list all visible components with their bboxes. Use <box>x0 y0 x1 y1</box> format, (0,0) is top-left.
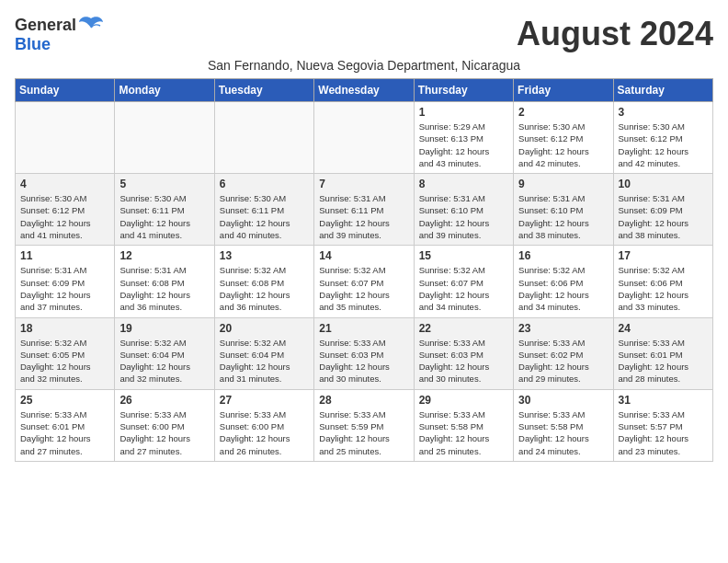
month-year-title: August 2024 <box>517 15 713 53</box>
day-info: Sunrise: 5:33 AM Sunset: 6:03 PM Dayligh… <box>319 337 408 385</box>
calendar-week-row: 25Sunrise: 5:33 AM Sunset: 6:01 PM Dayli… <box>16 389 713 461</box>
day-number: 3 <box>619 106 708 119</box>
day-number: 12 <box>119 249 209 262</box>
day-info: Sunrise: 5:33 AM Sunset: 5:58 PM Dayligh… <box>518 408 608 457</box>
day-info: Sunrise: 5:32 AM Sunset: 6:07 PM Dayligh… <box>419 264 508 313</box>
day-number: 7 <box>319 178 408 190</box>
day-number: 20 <box>220 322 309 335</box>
calendar-cell: 21Sunrise: 5:33 AM Sunset: 6:03 PM Dayli… <box>314 317 414 389</box>
day-number: 9 <box>518 178 608 190</box>
calendar-week-row: 1Sunrise: 5:29 AM Sunset: 6:13 PM Daylig… <box>16 102 713 174</box>
day-number: 25 <box>20 394 109 407</box>
calendar-cell: 15Sunrise: 5:32 AM Sunset: 6:07 PM Dayli… <box>414 246 513 317</box>
day-info: Sunrise: 5:31 AM Sunset: 6:10 PM Dayligh… <box>518 192 608 241</box>
day-info: Sunrise: 5:31 AM Sunset: 6:10 PM Dayligh… <box>419 192 508 241</box>
calendar-cell: 17Sunrise: 5:32 AM Sunset: 6:06 PM Dayli… <box>613 246 712 317</box>
day-number: 15 <box>419 249 508 262</box>
day-number: 6 <box>220 178 309 190</box>
day-number: 1 <box>419 106 508 119</box>
calendar-cell: 13Sunrise: 5:32 AM Sunset: 6:08 PM Dayli… <box>214 246 313 317</box>
day-info: Sunrise: 5:32 AM Sunset: 6:07 PM Dayligh… <box>319 264 408 313</box>
weekday-header-thursday: Thursday <box>414 79 513 102</box>
day-number: 18 <box>20 322 109 335</box>
calendar-cell: 16Sunrise: 5:32 AM Sunset: 6:06 PM Dayli… <box>514 246 613 317</box>
day-info: Sunrise: 5:30 AM Sunset: 6:12 PM Dayligh… <box>20 192 109 241</box>
calendar-body: 1Sunrise: 5:29 AM Sunset: 6:13 PM Daylig… <box>16 102 713 462</box>
day-info: Sunrise: 5:30 AM Sunset: 6:11 PM Dayligh… <box>119 192 209 241</box>
calendar-cell <box>16 102 115 174</box>
calendar-cell: 7Sunrise: 5:31 AM Sunset: 6:11 PM Daylig… <box>314 174 414 246</box>
day-info: Sunrise: 5:33 AM Sunset: 6:01 PM Dayligh… <box>619 337 708 385</box>
calendar-cell: 19Sunrise: 5:32 AM Sunset: 6:04 PM Dayli… <box>115 317 214 389</box>
day-info: Sunrise: 5:32 AM Sunset: 6:04 PM Dayligh… <box>119 337 209 385</box>
day-info: Sunrise: 5:33 AM Sunset: 6:00 PM Dayligh… <box>119 408 209 457</box>
calendar-cell: 18Sunrise: 5:32 AM Sunset: 6:05 PM Dayli… <box>16 317 115 389</box>
day-info: Sunrise: 5:29 AM Sunset: 6:13 PM Dayligh… <box>419 121 508 169</box>
calendar-week-row: 4Sunrise: 5:30 AM Sunset: 6:12 PM Daylig… <box>16 174 713 246</box>
calendar-cell: 12Sunrise: 5:31 AM Sunset: 6:08 PM Dayli… <box>115 246 214 317</box>
calendar-cell: 1Sunrise: 5:29 AM Sunset: 6:13 PM Daylig… <box>414 102 513 174</box>
calendar-cell: 8Sunrise: 5:31 AM Sunset: 6:10 PM Daylig… <box>414 174 513 246</box>
weekday-header-wednesday: Wednesday <box>314 79 414 102</box>
weekday-header-saturday: Saturday <box>613 79 712 102</box>
day-number: 5 <box>119 178 209 190</box>
day-number: 10 <box>619 178 708 190</box>
calendar-cell: 4Sunrise: 5:30 AM Sunset: 6:12 PM Daylig… <box>16 174 115 246</box>
page-header: General Blue August 2024 <box>15 15 713 54</box>
weekday-header-friday: Friday <box>514 79 613 102</box>
day-info: Sunrise: 5:31 AM Sunset: 6:09 PM Dayligh… <box>20 264 109 313</box>
day-number: 31 <box>619 394 708 407</box>
calendar-cell: 23Sunrise: 5:33 AM Sunset: 6:02 PM Dayli… <box>514 317 613 389</box>
day-info: Sunrise: 5:31 AM Sunset: 6:11 PM Dayligh… <box>319 192 408 241</box>
day-number: 23 <box>518 322 608 335</box>
calendar-header-row: SundayMondayTuesdayWednesdayThursdayFrid… <box>16 79 713 102</box>
calendar-cell: 30Sunrise: 5:33 AM Sunset: 5:58 PM Dayli… <box>514 389 613 461</box>
day-info: Sunrise: 5:33 AM Sunset: 5:57 PM Dayligh… <box>619 408 708 457</box>
calendar-cell: 25Sunrise: 5:33 AM Sunset: 6:01 PM Dayli… <box>16 389 115 461</box>
weekday-header-sunday: Sunday <box>16 79 115 102</box>
day-info: Sunrise: 5:32 AM Sunset: 6:08 PM Dayligh… <box>220 264 309 313</box>
calendar-cell: 24Sunrise: 5:33 AM Sunset: 6:01 PM Dayli… <box>613 317 712 389</box>
day-info: Sunrise: 5:31 AM Sunset: 6:08 PM Dayligh… <box>119 264 209 313</box>
calendar-cell: 11Sunrise: 5:31 AM Sunset: 6:09 PM Dayli… <box>16 246 115 317</box>
day-info: Sunrise: 5:32 AM Sunset: 6:04 PM Dayligh… <box>220 337 309 385</box>
day-number: 29 <box>419 394 508 407</box>
day-number: 21 <box>319 322 408 335</box>
calendar-cell: 26Sunrise: 5:33 AM Sunset: 6:00 PM Dayli… <box>115 389 214 461</box>
calendar-cell: 3Sunrise: 5:30 AM Sunset: 6:12 PM Daylig… <box>613 102 712 174</box>
day-info: Sunrise: 5:30 AM Sunset: 6:12 PM Dayligh… <box>518 121 608 169</box>
calendar-cell: 14Sunrise: 5:32 AM Sunset: 6:07 PM Dayli… <box>314 246 414 317</box>
day-info: Sunrise: 5:33 AM Sunset: 5:59 PM Dayligh… <box>319 408 408 457</box>
calendar-cell: 20Sunrise: 5:32 AM Sunset: 6:04 PM Dayli… <box>214 317 313 389</box>
day-info: Sunrise: 5:32 AM Sunset: 6:05 PM Dayligh… <box>20 337 109 385</box>
day-info: Sunrise: 5:33 AM Sunset: 6:03 PM Dayligh… <box>419 337 508 385</box>
day-info: Sunrise: 5:33 AM Sunset: 6:02 PM Dayligh… <box>518 337 608 385</box>
day-number: 26 <box>119 394 209 407</box>
logo-general-text: General <box>15 16 76 35</box>
day-info: Sunrise: 5:32 AM Sunset: 6:06 PM Dayligh… <box>619 264 708 313</box>
calendar-week-row: 11Sunrise: 5:31 AM Sunset: 6:09 PM Dayli… <box>16 246 713 317</box>
logo-bird-icon <box>78 15 104 35</box>
calendar-cell <box>115 102 214 174</box>
day-info: Sunrise: 5:32 AM Sunset: 6:06 PM Dayligh… <box>518 264 608 313</box>
day-number: 8 <box>419 178 508 190</box>
day-number: 22 <box>419 322 508 335</box>
day-number: 4 <box>20 178 109 190</box>
weekday-header-monday: Monday <box>115 79 214 102</box>
calendar-cell: 29Sunrise: 5:33 AM Sunset: 5:58 PM Dayli… <box>414 389 513 461</box>
day-number: 14 <box>319 249 408 262</box>
day-info: Sunrise: 5:31 AM Sunset: 6:09 PM Dayligh… <box>619 192 708 241</box>
day-info: Sunrise: 5:33 AM Sunset: 5:58 PM Dayligh… <box>419 408 508 457</box>
calendar-table: SundayMondayTuesdayWednesdayThursdayFrid… <box>15 78 713 462</box>
logo-blue-text: Blue <box>15 35 51 54</box>
day-number: 30 <box>518 394 608 407</box>
calendar-cell: 28Sunrise: 5:33 AM Sunset: 5:59 PM Dayli… <box>314 389 414 461</box>
day-number: 11 <box>20 249 109 262</box>
day-info: Sunrise: 5:33 AM Sunset: 6:01 PM Dayligh… <box>20 408 109 457</box>
logo: General Blue <box>15 15 104 54</box>
day-number: 28 <box>319 394 408 407</box>
calendar-cell: 5Sunrise: 5:30 AM Sunset: 6:11 PM Daylig… <box>115 174 214 246</box>
day-info: Sunrise: 5:30 AM Sunset: 6:12 PM Dayligh… <box>619 121 708 169</box>
calendar-cell: 2Sunrise: 5:30 AM Sunset: 6:12 PM Daylig… <box>514 102 613 174</box>
day-number: 24 <box>619 322 708 335</box>
